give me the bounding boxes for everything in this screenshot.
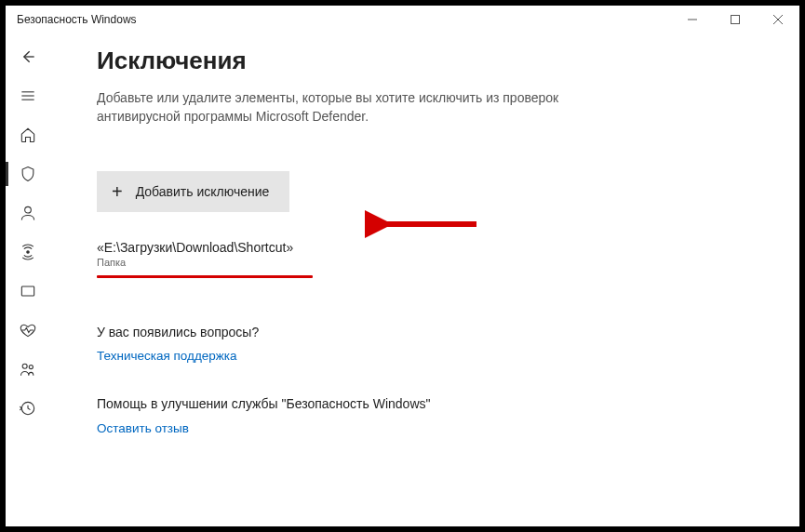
questions-heading: У вас появились вопросы? [97,325,762,339]
feedback-link[interactable]: Оставить отзыв [97,421,189,435]
sidebar-item-account[interactable] [6,193,50,233]
minimize-button[interactable] [671,6,714,33]
family-icon [19,360,37,379]
svg-rect-1 [731,16,740,24]
svg-point-9 [27,251,30,254]
menu-button[interactable] [6,76,50,115]
person-icon [19,204,37,222]
close-button[interactable] [757,6,799,33]
titlebar: Безопасность Windows [6,6,799,33]
page-title: Исключения [97,47,762,75]
exclusion-path: «E:\Загрузки\Download\Shortcut» [97,240,762,255]
sidebar [6,33,50,526]
svg-point-12 [29,365,33,368]
heart-pulse-icon [19,321,37,339]
shield-icon [19,165,37,183]
exclusion-item[interactable]: «E:\Загрузки\Download\Shortcut» Папка [97,240,762,268]
network-icon [19,243,37,261]
add-button-label: Добавить исключение [136,184,270,199]
hamburger-icon [19,86,37,105]
home-icon [19,126,37,144]
exclusion-type: Папка [97,257,762,268]
svg-point-11 [22,364,27,368]
window-title: Безопасность Windows [17,13,137,26]
arrow-left-icon [19,47,37,66]
app-icon [19,282,37,300]
sidebar-item-virus[interactable] [6,154,50,193]
plus-icon: + [112,182,123,201]
svg-rect-10 [21,286,34,296]
sidebar-item-device[interactable] [6,311,50,350]
window: Безопасность Windows [6,6,799,526]
main-content: Исключения Добавьте или удалите элементы… [50,33,799,526]
sidebar-item-family[interactable] [6,350,50,389]
help-heading: Помощь в улучшении службы "Безопасность … [97,394,469,414]
page-description: Добавьте или удалите элементы, которые в… [97,88,581,126]
sidebar-item-app[interactable] [6,272,50,311]
support-link[interactable]: Техническая поддержка [97,349,237,363]
sidebar-item-home[interactable] [6,115,50,154]
sidebar-item-history[interactable] [6,389,50,428]
back-button[interactable] [6,37,50,76]
annotation-underline [97,275,313,278]
window-controls [671,6,799,33]
maximize-button[interactable] [714,6,757,33]
sidebar-item-firewall[interactable] [6,233,50,272]
history-icon [19,399,37,418]
add-exclusion-button[interactable]: + Добавить исключение [97,171,289,212]
svg-point-8 [25,206,32,213]
